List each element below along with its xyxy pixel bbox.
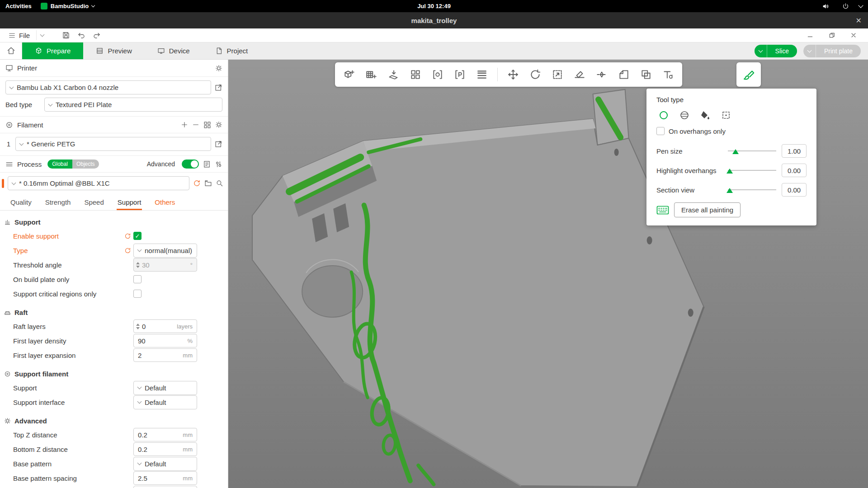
first-layer-density-input[interactable]: 90 % <box>133 334 197 347</box>
mesh-boolean-icon[interactable] <box>639 68 653 81</box>
split-to-objects-icon[interactable] <box>431 68 444 81</box>
save-preset-icon[interactable] <box>204 179 212 187</box>
tab-project[interactable]: Project <box>203 42 261 59</box>
lay-flat-icon[interactable] <box>573 68 586 81</box>
app-menu-button[interactable]: BambuStudio <box>41 3 95 9</box>
move-icon[interactable] <box>506 68 520 81</box>
pen-size-value[interactable]: 1.00 <box>782 144 807 158</box>
on-overhangs-checkbox[interactable] <box>656 127 665 135</box>
enable-support-checkbox[interactable] <box>133 232 142 240</box>
remove-filament-icon[interactable] <box>192 121 199 128</box>
slice-button[interactable]: Slice <box>755 45 797 57</box>
add-filament-icon[interactable] <box>181 121 188 128</box>
section-view-slider[interactable] <box>728 186 776 193</box>
save-project-icon[interactable] <box>60 29 72 41</box>
slider-thumb-icon[interactable] <box>726 169 733 174</box>
support-interface-select[interactable]: Default <box>133 395 197 409</box>
pen-size-slider[interactable] <box>728 147 776 155</box>
spinner-arrows-icon[interactable] <box>134 320 142 333</box>
tab-device[interactable]: Device <box>145 42 203 59</box>
compare-presets-icon[interactable] <box>215 160 222 168</box>
bottom-z-distance-input[interactable]: 0.2 mm <box>133 442 197 456</box>
first-layer-expansion-input[interactable]: 2 mm <box>133 348 197 362</box>
system-menu-chevron-icon[interactable] <box>858 3 863 8</box>
on-build-plate-checkbox[interactable] <box>133 275 142 283</box>
advanced-toggle[interactable] <box>182 160 199 169</box>
spinner-arrows-icon[interactable] <box>134 258 142 271</box>
highlight-overhangs-slider[interactable] <box>728 167 776 174</box>
process-tab-speed[interactable]: Speed <box>77 194 110 210</box>
process-tab-strength[interactable]: Strength <box>38 194 78 210</box>
clock[interactable]: Jul 30 12:49 <box>417 3 451 9</box>
print-plate-button[interactable]: Print plate <box>803 45 861 57</box>
search-settings-icon[interactable] <box>216 179 223 187</box>
add-object-icon[interactable] <box>342 68 356 81</box>
printer-select[interactable]: Bambu Lab X1 Carbon 0.4 nozzle <box>5 80 211 94</box>
slider-thumb-icon[interactable] <box>726 188 733 193</box>
revert-icon[interactable] <box>124 247 131 254</box>
file-menu-button[interactable]: File <box>5 28 33 42</box>
add-plate-icon[interactable] <box>364 68 378 81</box>
minimize-icon[interactable] <box>804 29 816 41</box>
scale-icon[interactable] <box>551 68 564 81</box>
tool-gap-fill-button[interactable] <box>719 108 733 122</box>
section-view-value[interactable]: 0.00 <box>782 183 807 197</box>
file-menu-chevron-button[interactable] <box>36 30 48 40</box>
undo-icon[interactable] <box>75 29 88 41</box>
reset-preset-icon[interactable] <box>193 179 201 187</box>
cutoff-input[interactable] <box>133 486 197 488</box>
viewport-3d[interactable]: Tool type On <box>228 60 868 488</box>
window-close-icon[interactable]: ✕ <box>856 12 862 28</box>
threshold-angle-spinner[interactable]: 30 ° <box>133 258 197 272</box>
text-tool-icon[interactable] <box>661 68 675 81</box>
support-type-select[interactable]: normal(manual) <box>133 244 197 258</box>
volume-icon[interactable] <box>819 0 832 12</box>
tool-circle-button[interactable] <box>656 108 671 122</box>
highlight-overhangs-value[interactable]: 0.00 <box>782 164 807 177</box>
slider-thumb-icon[interactable] <box>732 149 739 154</box>
preset-list-icon[interactable] <box>203 160 211 168</box>
bed-type-select[interactable]: Textured PEI Plate <box>44 98 222 112</box>
power-icon[interactable] <box>839 0 852 12</box>
support-painting-tool-button[interactable] <box>736 62 761 87</box>
auto-orient-icon[interactable] <box>387 68 400 81</box>
process-tab-quality[interactable]: Quality <box>4 194 38 210</box>
scope-objects[interactable]: Objects <box>72 160 99 169</box>
print-plate-dropdown-icon[interactable] <box>803 45 816 57</box>
chamfer-icon[interactable] <box>617 68 631 81</box>
arrange-icon[interactable] <box>409 68 422 81</box>
process-tab-others[interactable]: Others <box>148 194 182 210</box>
top-z-distance-input[interactable]: 0.2 mm <box>133 428 197 441</box>
erase-all-painting-button[interactable]: Erase all painting <box>674 202 741 217</box>
revert-icon[interactable] <box>124 233 131 239</box>
variable-layer-height-icon[interactable] <box>475 68 489 81</box>
slice-dropdown-icon[interactable] <box>755 45 767 57</box>
base-pattern-select[interactable]: Default <box>133 457 197 471</box>
tab-prepare[interactable]: Prepare <box>22 42 83 59</box>
restore-icon[interactable] <box>826 29 838 41</box>
tab-preview[interactable]: Preview <box>83 42 144 59</box>
redo-icon[interactable] <box>90 29 103 41</box>
close-icon[interactable] <box>847 29 860 41</box>
split-to-parts-icon[interactable] <box>453 68 467 81</box>
process-scope-segment[interactable]: Global Objects <box>47 160 99 169</box>
ams-icon[interactable] <box>203 121 211 129</box>
critical-regions-checkbox[interactable] <box>133 290 142 298</box>
process-preset-select[interactable]: * 0.16mm Optimal @BBL X1C <box>8 176 189 190</box>
raft-layers-spinner[interactable]: 0 layers <box>133 319 197 333</box>
tool-fill-button[interactable] <box>698 108 712 122</box>
filament-select[interactable]: * Generic PETG <box>15 137 211 151</box>
rotate-icon[interactable] <box>528 68 542 81</box>
scope-global[interactable]: Global <box>47 160 72 169</box>
activities-button[interactable]: Activities <box>5 3 32 9</box>
process-tab-support[interactable]: Support <box>111 194 148 210</box>
printer-settings-gear-icon[interactable] <box>215 65 222 72</box>
cut-icon[interactable] <box>595 68 609 81</box>
home-button[interactable] <box>0 42 22 59</box>
tool-sphere-button[interactable] <box>677 108 692 122</box>
filament-settings-gear-icon[interactable] <box>215 121 222 128</box>
support-filament-select[interactable]: Default <box>133 381 197 395</box>
edit-printer-icon[interactable] <box>215 84 222 91</box>
edit-filament-icon[interactable] <box>215 140 222 148</box>
base-pattern-spacing-input[interactable]: 2.5 mm <box>133 471 197 485</box>
